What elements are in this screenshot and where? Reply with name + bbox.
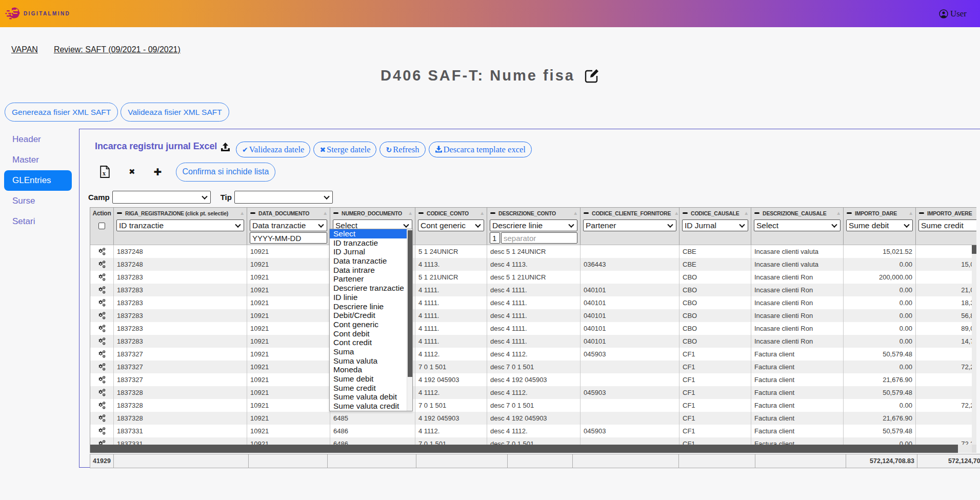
tip-select[interactable] — [234, 191, 333, 204]
dropdown-option[interactable]: Debit/Credit — [330, 311, 407, 320]
sort-icon[interactable]: ▲ — [833, 210, 841, 216]
remove-icon[interactable]: ✖ — [129, 167, 135, 176]
dropdown-option[interactable]: Partener — [330, 274, 407, 284]
codice-conto-filter-select[interactable]: Cont generic — [418, 219, 484, 231]
cliente-filter-select[interactable]: Partener — [583, 219, 676, 231]
avere-filter-select[interactable]: Sume credit — [918, 219, 976, 231]
collapse-column-icon[interactable] — [490, 212, 495, 214]
cogs-icon[interactable] — [97, 299, 106, 307]
horizontal-scrollbar-thumb[interactable] — [90, 445, 958, 453]
collapse-column-icon[interactable] — [418, 212, 424, 214]
column-header-data_documento[interactable]: DATA_DOCUMENTO▲ — [247, 208, 330, 218]
separator-input[interactable] — [501, 232, 577, 244]
column-header-numero_documento[interactable]: NUMERO_DOCUMENTO▲ — [330, 208, 415, 218]
sort-icon[interactable]: ▲ — [405, 210, 413, 216]
cogs-icon[interactable] — [97, 427, 106, 435]
dropdown-scrollbar[interactable] — [407, 229, 412, 411]
breadcrumb-link-vapan[interactable]: VAPAN — [11, 45, 38, 54]
cogs-icon[interactable] — [97, 350, 106, 358]
cogs-icon[interactable] — [97, 337, 106, 345]
dropdown-option[interactable]: Suma — [330, 347, 407, 356]
sidebar-item-setari[interactable]: Setari — [4, 211, 72, 232]
collapse-column-icon[interactable] — [754, 212, 759, 214]
sidebar-item-header[interactable]: Header — [4, 129, 72, 150]
collapse-column-icon[interactable] — [584, 212, 589, 214]
generate-xml-button[interactable]: Genereaza fisier XML SAFT — [5, 103, 118, 122]
dropdown-option[interactable]: Moneda — [330, 365, 407, 374]
cogs-icon[interactable] — [97, 389, 106, 396]
cogs-icon[interactable] — [97, 273, 106, 281]
dropdown-option[interactable]: Sume valuta credit — [330, 402, 407, 411]
cogs-icon[interactable] — [97, 261, 106, 268]
edit-icon[interactable] — [584, 68, 599, 84]
collapse-column-icon[interactable] — [333, 212, 338, 214]
add-icon[interactable]: ✚ — [154, 166, 162, 177]
sort-icon[interactable]: ▲ — [905, 210, 913, 216]
camp-select[interactable] — [112, 191, 211, 204]
select-all-checkbox[interactable] — [98, 223, 105, 229]
dropdown-option[interactable]: ID linie — [330, 293, 407, 302]
column-header-importo_dare[interactable]: IMPORTO_DARE▲ — [844, 208, 916, 218]
validate-data-button[interactable]: ✔Valideaza datele — [236, 142, 310, 157]
column-header-codice_conto[interactable]: CODICE_CONTO▲ — [415, 208, 487, 218]
collapse-column-icon[interactable] — [250, 212, 255, 214]
sidebar-item-surse[interactable]: Surse — [4, 191, 72, 211]
cogs-icon[interactable] — [97, 312, 106, 319]
excel-file-icon[interactable]: x — [100, 166, 110, 178]
sidebar-item-glentries[interactable]: GLEntries — [4, 170, 72, 191]
user-menu[interactable]: User — [939, 9, 967, 19]
sort-icon[interactable]: ▲ — [741, 210, 749, 216]
dropdown-option[interactable]: Descriere linie — [330, 302, 407, 311]
cogs-icon[interactable] — [97, 376, 106, 384]
descrizione-conto-filter-select[interactable]: Descriere linie — [490, 219, 577, 231]
sort-icon[interactable]: ▲ — [476, 210, 485, 216]
dropdown-scrollbar-thumb[interactable] — [408, 230, 412, 377]
dropdown-option[interactable]: Sume debit — [330, 374, 407, 384]
validate-xml-button[interactable]: Valideaza fisier XML SAFT — [121, 103, 229, 122]
horizontal-scrollbar[interactable] — [90, 445, 976, 453]
cogs-icon[interactable] — [97, 440, 106, 445]
delete-data-button[interactable]: ✖Sterge datele — [313, 142, 376, 157]
data-filter-input[interactable] — [250, 232, 327, 244]
cogs-icon[interactable] — [97, 402, 106, 409]
dropdown-option[interactable]: Data intrare — [330, 266, 407, 275]
dropdown-option[interactable]: Cont credit — [330, 338, 407, 347]
data-filter-select[interactable]: Data tranzactie — [250, 219, 327, 231]
collapse-column-icon[interactable] — [919, 212, 924, 214]
column-header-descrizione_conto[interactable]: DESCRIZIONE_CONTO▲ — [487, 208, 581, 218]
cogs-icon[interactable] — [97, 248, 106, 255]
vertical-scrollbar[interactable] — [972, 245, 976, 445]
dropdown-option[interactable]: Select — [330, 229, 407, 238]
column-header-descrizione_causale[interactable]: DESCRIZIONE_CAUSALE▲ — [751, 208, 844, 218]
collapse-column-icon[interactable] — [683, 212, 688, 214]
causale-filter-select[interactable]: ID Jurnal — [682, 219, 748, 231]
sort-icon[interactable]: ▲ — [319, 210, 328, 216]
download-template-button[interactable]: Descarca template excel — [429, 142, 532, 157]
dropdown-option[interactable]: Sume credit — [330, 384, 407, 393]
dropdown-option[interactable]: ID Jurnal — [330, 247, 407, 256]
descrizione-causale-filter-select[interactable]: Select — [754, 219, 841, 231]
cogs-icon[interactable] — [97, 363, 106, 371]
sort-icon[interactable]: ▲ — [570, 210, 578, 216]
collapse-column-icon[interactable] — [847, 212, 852, 214]
sort-icon[interactable]: ▲ — [671, 210, 679, 216]
brand-logo[interactable]: DIGITALMIND — [5, 5, 70, 22]
dropdown-option[interactable]: Cont generic — [330, 320, 407, 329]
refresh-button[interactable]: ↻Refresh — [379, 142, 425, 157]
sort-icon[interactable]: ▲ — [236, 210, 245, 216]
dropdown-option[interactable]: Descriere tranzactie — [330, 284, 407, 293]
column-header-codice_causale[interactable]: CODICE_CAUSALE▲ — [679, 208, 751, 218]
upload-icon[interactable] — [220, 142, 231, 153]
cogs-icon[interactable] — [97, 286, 106, 294]
column-header-riga_registrazione[interactable]: RIGA_REGISTRAZIONE (click pt. selectie)▲ — [114, 208, 247, 218]
breadcrumb-link-review[interactable]: Review: SAFT (09/2021 - 09/2021) — [54, 45, 181, 54]
dropdown-option[interactable]: Data tranzactie — [330, 256, 407, 266]
cogs-icon[interactable] — [97, 414, 106, 422]
column-header-importo_avere[interactable]: IMPORTO_AVERE▲ — [916, 208, 976, 218]
separator-count-input[interactable] — [490, 232, 500, 244]
riga-filter-select[interactable]: ID tranzactie — [116, 219, 244, 231]
cogs-icon[interactable] — [97, 325, 106, 332]
column-header-codice_cliente_fornitore[interactable]: CODICE_CLIENTE_FORNITORE▲ — [581, 208, 679, 218]
dropdown-option[interactable]: Sume valuta debit — [330, 392, 407, 402]
dropdown-option[interactable]: Suma valuta — [330, 356, 407, 366]
